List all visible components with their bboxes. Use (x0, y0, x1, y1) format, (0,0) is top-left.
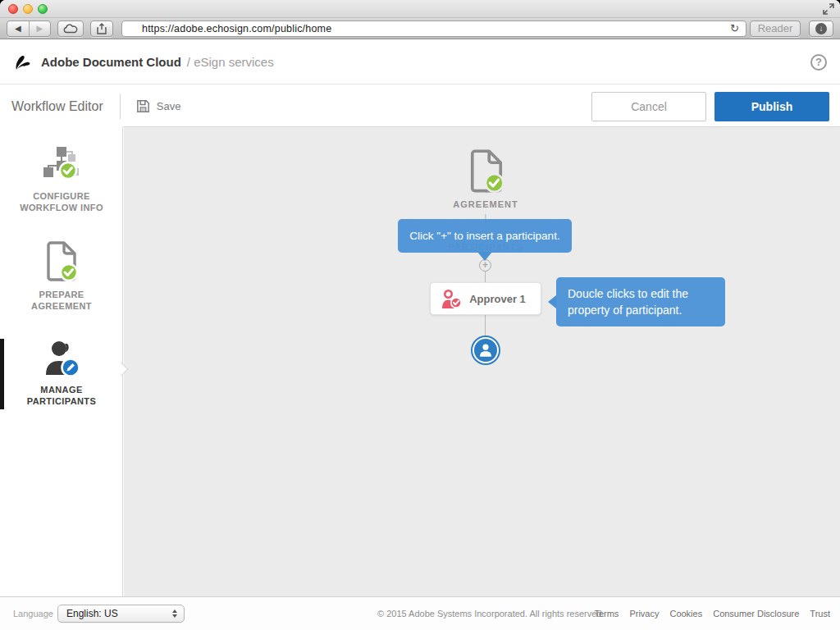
save-label: Save (157, 100, 181, 112)
brand-subtitle: / eSign services (187, 55, 274, 69)
nav-buttons: ◀ ▶ (7, 21, 51, 37)
fullscreen-icon[interactable] (822, 2, 835, 16)
participant-card[interactable]: Approver 1 (430, 282, 541, 315)
connector-line (485, 315, 486, 337)
footer-links: Terms Privacy Cookies Consumer Disclosur… (594, 609, 830, 619)
participant-name: Approver 1 (463, 293, 532, 305)
sidebar-item-label: CONFIGURE WORKFLOW INFO (20, 191, 103, 214)
reader-button[interactable]: Reader (750, 21, 801, 37)
page-title: Workflow Editor (11, 99, 103, 114)
save-button[interactable]: Save (135, 98, 181, 114)
zoom-window-button[interactable] (38, 4, 48, 14)
download-icon: ↓ (815, 23, 827, 34)
help-button[interactable]: ? (810, 54, 827, 71)
edit-tooltip-text: Doucle clicks to edit the property of pa… (568, 287, 688, 317)
link-terms[interactable]: Terms (594, 609, 619, 619)
participant-edit-icon (42, 339, 81, 378)
link-cookies[interactable]: Cookies (669, 609, 702, 619)
link-trust[interactable]: Trust (810, 609, 830, 619)
reload-icon[interactable]: ↻ (728, 23, 741, 34)
browser-window: ◀ ▶ https://adobe.echosign.com/public/ho… (0, 0, 840, 630)
downloads-button[interactable]: ↓ (809, 21, 833, 37)
sidebar-item-label: MANAGE PARTICIPANTS (27, 385, 96, 408)
share-button[interactable] (90, 21, 113, 37)
cloud-icon (63, 24, 78, 34)
active-step-indicator (0, 339, 4, 409)
app-header: Adobe Document Cloud / eSign services ? (0, 40, 840, 84)
insert-tooltip-text: Click "+" to insert a participant. (409, 230, 559, 242)
select-stepper-icon (172, 609, 177, 618)
back-icon[interactable]: ◀ (7, 21, 30, 36)
sidebar-item-manage-participants[interactable]: MANAGE PARTICIPANTS (0, 339, 123, 408)
link-consumer-disclosure[interactable]: Consumer Disclosure (713, 609, 799, 619)
forward-icon[interactable]: ▶ (30, 21, 51, 36)
sidebar-item-prepare-agreement[interactable]: PREPARE AGREEMENT (0, 240, 123, 313)
share-icon (96, 23, 107, 34)
sidebar-item-label: PREPARE AGREEMENT (31, 290, 92, 313)
agreement-node[interactable] (468, 148, 505, 194)
steps-sidebar: CONFIGURE WORKFLOW INFO PREPARE AGREEMEN… (0, 127, 123, 596)
help-icon: ? (815, 56, 822, 68)
person-circle-icon (474, 339, 497, 362)
end-participant-node[interactable] (471, 336, 500, 365)
minimize-window-button[interactable] (23, 4, 33, 14)
close-window-button[interactable] (8, 4, 18, 14)
titlebar (0, 0, 840, 18)
editor-toolbar: Workflow Editor Save Cancel Publish (0, 85, 840, 127)
brand-title: Adobe Document Cloud (41, 55, 181, 69)
address-bar[interactable]: https://adobe.echosign.com/public/home ↻ (121, 21, 746, 37)
workflow-canvas: AGREEMENT ↓ PARTICIPANTS + Click "+" to … (124, 127, 840, 596)
plus-icon: + (482, 259, 488, 271)
adobe-logo-icon (13, 52, 33, 72)
insert-participant-tooltip: Click "+" to insert a participant. (398, 219, 572, 253)
workflow-icon (42, 145, 81, 185)
language-select[interactable]: English: US (57, 605, 185, 623)
url-text[interactable]: https://adobe.echosign.com/public/home (142, 23, 728, 34)
agreement-document-icon (468, 148, 505, 194)
tooltip-tail (548, 295, 556, 308)
link-privacy[interactable]: Privacy (629, 609, 659, 619)
approver-icon (441, 289, 463, 309)
agreement-label: AGREEMENT (395, 199, 576, 209)
edit-participant-tooltip: Doucle clicks to edit the property of pa… (556, 277, 725, 326)
browser-toolbar: ◀ ▶ https://adobe.echosign.com/public/ho… (0, 18, 840, 39)
tooltip-tail (477, 252, 492, 261)
language-label: Language (13, 609, 53, 619)
footer: Language English: US © 2015 Adobe System… (0, 596, 840, 630)
icloud-tabs-button[interactable] (57, 21, 84, 37)
language-value: English: US (66, 608, 118, 619)
save-icon (135, 98, 151, 114)
sidebar-item-configure-workflow-info[interactable]: CONFIGURE WORKFLOW INFO (0, 145, 123, 214)
cancel-button[interactable]: Cancel (591, 92, 706, 121)
copyright-text: © 2015 Adobe Systems Incorporated. All r… (377, 609, 605, 619)
document-icon (43, 240, 80, 283)
publish-button[interactable]: Publish (714, 92, 829, 121)
toolbar-divider (120, 94, 121, 119)
insert-participant-button[interactable]: + (479, 259, 491, 272)
